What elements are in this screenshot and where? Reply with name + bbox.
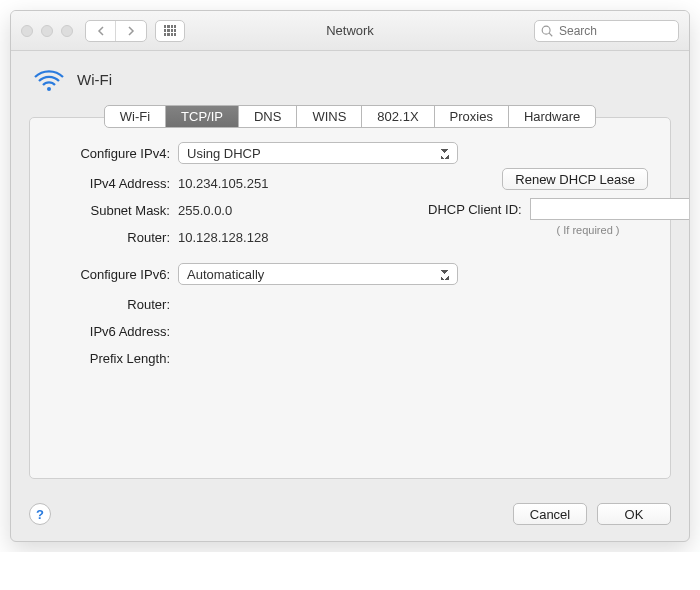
tab-hardware[interactable]: Hardware [509, 106, 595, 127]
footer: ? Cancel OK [11, 493, 689, 541]
help-button[interactable]: ? [29, 503, 51, 525]
cancel-button[interactable]: Cancel [513, 503, 587, 525]
interface-name: Wi-Fi [77, 71, 112, 88]
prefix-length-label: Prefix Length: [52, 351, 178, 366]
chevron-left-icon [97, 26, 105, 36]
configure-ipv4-label: Configure IPv4: [52, 146, 178, 161]
ipv4-address-label: IPv4 Address: [52, 176, 178, 191]
renew-dhcp-button[interactable]: Renew DHCP Lease [502, 168, 648, 190]
configure-ipv4-select[interactable]: Using DHCP [178, 142, 458, 164]
help-icon: ? [36, 507, 44, 522]
ipv6-address-label: IPv6 Address: [52, 324, 178, 339]
dhcp-client-id-label: DHCP Client ID: [428, 202, 530, 217]
ipv4-address-value: 10.234.105.251 [178, 176, 268, 191]
search-input[interactable] [534, 20, 679, 42]
search-icon [540, 24, 554, 38]
forward-button[interactable] [116, 21, 146, 41]
network-prefs-window: Network Wi-Fi Wi-Fi TCP/IP DNS WINS 802.… [10, 10, 690, 542]
ok-button[interactable]: OK [597, 503, 671, 525]
dhcp-client-id-input[interactable] [530, 198, 690, 220]
interface-header: Wi-Fi [11, 51, 689, 101]
svg-line-1 [549, 33, 552, 36]
close-window-button[interactable] [21, 25, 33, 37]
titlebar: Network [11, 11, 689, 51]
tcpip-panel: Configure IPv4: Using DHCP IPv4 Address:… [29, 117, 671, 479]
back-button[interactable] [86, 21, 116, 41]
chevron-right-icon [127, 26, 135, 36]
tab-proxies[interactable]: Proxies [435, 106, 509, 127]
zoom-window-button[interactable] [61, 25, 73, 37]
router-label: Router: [52, 230, 178, 245]
if-required-hint: ( If required ) [428, 224, 648, 236]
tab-wifi[interactable]: Wi-Fi [105, 106, 166, 127]
nav-back-forward [85, 20, 147, 42]
router-value: 10.128.128.128 [178, 230, 268, 245]
grid-icon [164, 25, 176, 37]
svg-point-2 [47, 87, 51, 91]
router6-label: Router: [52, 297, 178, 312]
subnet-mask-value: 255.0.0.0 [178, 203, 232, 218]
tab-bar: Wi-Fi TCP/IP DNS WINS 802.1X Proxies Har… [104, 105, 597, 128]
traffic-lights [21, 25, 73, 37]
show-all-button[interactable] [155, 20, 185, 42]
minimize-window-button[interactable] [41, 25, 53, 37]
tab-wins[interactable]: WINS [297, 106, 362, 127]
svg-point-0 [542, 26, 550, 34]
tab-dns[interactable]: DNS [239, 106, 297, 127]
configure-ipv6-select[interactable]: Automatically [178, 263, 458, 285]
subnet-mask-label: Subnet Mask: [52, 203, 178, 218]
tab-tcpip[interactable]: TCP/IP [166, 106, 239, 127]
tab-8021x[interactable]: 802.1X [362, 106, 434, 127]
wifi-icon [33, 65, 65, 93]
configure-ipv6-label: Configure IPv6: [52, 267, 178, 282]
